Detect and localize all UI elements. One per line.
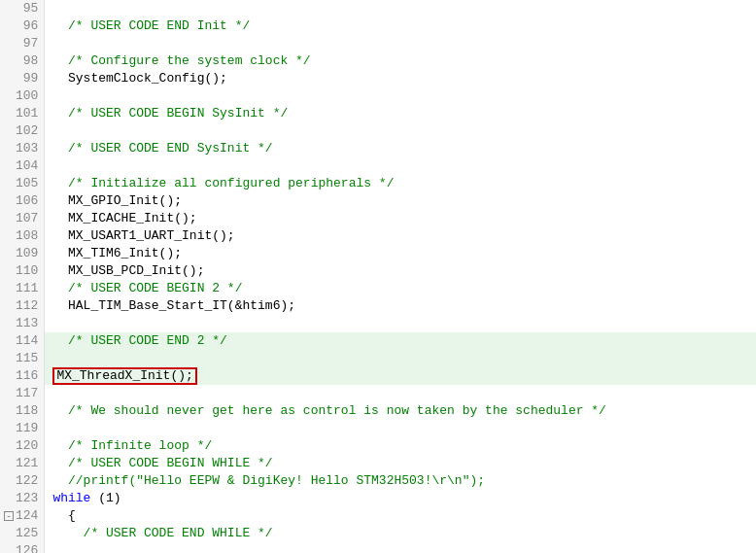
line-number: 116 xyxy=(0,367,44,385)
code-line xyxy=(45,542,756,553)
boxed-code: MX_ThreadX_Init(); xyxy=(52,367,196,385)
code-line: SystemClock_Config(); xyxy=(45,70,756,87)
line-number: 95 xyxy=(0,0,44,17)
code-line: //printf("Hello EEPW & DigiKey! Hello ST… xyxy=(45,472,756,490)
line-number: 101 xyxy=(0,105,44,122)
code-content[interactable]: /* USER CODE END Init */ /* Configure th… xyxy=(45,0,756,553)
code-line: /* We should never get here as control i… xyxy=(45,402,756,420)
line-number: 118 xyxy=(0,402,44,420)
code-line: MX_TIM6_Init(); xyxy=(45,245,756,262)
code-line: { xyxy=(45,507,756,525)
comment-text: //printf("Hello EEPW & DigiKey! Hello ST… xyxy=(52,472,485,490)
line-number: 96 xyxy=(0,17,44,35)
line-number: 126 xyxy=(0,542,44,553)
code-line: MX_USB_PCD_Init(); xyxy=(45,262,756,280)
code-line xyxy=(45,0,756,17)
code-line xyxy=(45,87,756,105)
comment-text: /* Configure the system clock */ xyxy=(52,52,310,70)
line-number: 97 xyxy=(0,35,44,52)
line-number: 110 xyxy=(0,262,44,280)
code-line xyxy=(45,315,756,332)
line-number: 125 xyxy=(0,525,44,542)
line-number: 113 xyxy=(0,315,44,332)
comment-text: /* Initialize all configured peripherals… xyxy=(52,175,394,192)
line-number: 98 xyxy=(0,52,44,70)
line-numbers: 9596979899100101102103104105106107108109… xyxy=(0,0,45,553)
code-line xyxy=(45,385,756,402)
line-number: 99 xyxy=(0,70,44,87)
code-line: /* USER CODE END Init */ xyxy=(45,17,756,35)
line-number: 123 xyxy=(0,490,44,507)
code-line: MX_GPIO_Init(); xyxy=(45,192,756,210)
code-line: /* Initialize all configured peripherals… xyxy=(45,175,756,192)
line-number: 100 xyxy=(0,87,44,105)
line-number: 106 xyxy=(0,192,44,210)
code-line: HAL_TIM_Base_Start_IT(&htim6); xyxy=(45,297,756,315)
code-line: /* USER CODE BEGIN SysInit */ xyxy=(45,105,756,122)
code-editor: 9596979899100101102103104105106107108109… xyxy=(0,0,756,553)
comment-text: /* USER CODE END 2 */ xyxy=(52,332,226,350)
code-line xyxy=(45,350,756,367)
line-number: 112 xyxy=(0,297,44,315)
line-number: 111 xyxy=(0,280,44,297)
code-line: while (1) xyxy=(45,490,756,507)
code-line xyxy=(45,35,756,52)
code-line: MX_ThreadX_Init(); xyxy=(45,367,756,385)
code-line xyxy=(45,420,756,437)
comment-text: /* USER CODE BEGIN WHILE */ xyxy=(52,455,272,472)
line-number: 107 xyxy=(0,210,44,227)
line-number: 115 xyxy=(0,350,44,367)
line-number: 114 xyxy=(0,332,44,350)
line-number: 122 xyxy=(0,472,44,490)
fold-icon[interactable]: - xyxy=(4,511,14,521)
code-line: /* Configure the system clock */ xyxy=(45,52,756,70)
line-number: 102 xyxy=(0,122,44,140)
line-number: -124 xyxy=(0,507,44,525)
line-number: 120 xyxy=(0,437,44,455)
code-line: /* USER CODE END WHILE */ xyxy=(45,525,756,542)
code-line: /* USER CODE END SysInit */ xyxy=(45,140,756,157)
line-number: 104 xyxy=(0,157,44,175)
comment-text: /* USER CODE END WHILE */ xyxy=(52,525,272,542)
comment-text: /* USER CODE BEGIN SysInit */ xyxy=(52,105,288,122)
line-number: 108 xyxy=(0,227,44,245)
code-line: /* USER CODE BEGIN 2 */ xyxy=(45,280,756,297)
line-number: 105 xyxy=(0,175,44,192)
comment-text: /* USER CODE BEGIN 2 */ xyxy=(52,280,242,297)
line-number: 103 xyxy=(0,140,44,157)
line-number: 117 xyxy=(0,385,44,402)
comment-text: /* We should never get here as control i… xyxy=(52,402,606,420)
comment-text: /* USER CODE END Init */ xyxy=(52,17,250,35)
line-number: 119 xyxy=(0,420,44,437)
line-number: 109 xyxy=(0,245,44,262)
comment-text: /* Infinite loop */ xyxy=(52,437,212,455)
code-line: /* USER CODE END 2 */ xyxy=(45,332,756,350)
line-number: 121 xyxy=(0,455,44,472)
comment-text: /* USER CODE END SysInit */ xyxy=(52,140,272,157)
code-line: MX_ICACHE_Init(); xyxy=(45,210,756,227)
code-line xyxy=(45,157,756,175)
code-line: /* USER CODE BEGIN WHILE */ xyxy=(45,455,756,472)
code-line: MX_USART1_UART_Init(); xyxy=(45,227,756,245)
code-line: /* Infinite loop */ xyxy=(45,437,756,455)
keyword: while xyxy=(52,490,90,507)
code-line xyxy=(45,122,756,140)
